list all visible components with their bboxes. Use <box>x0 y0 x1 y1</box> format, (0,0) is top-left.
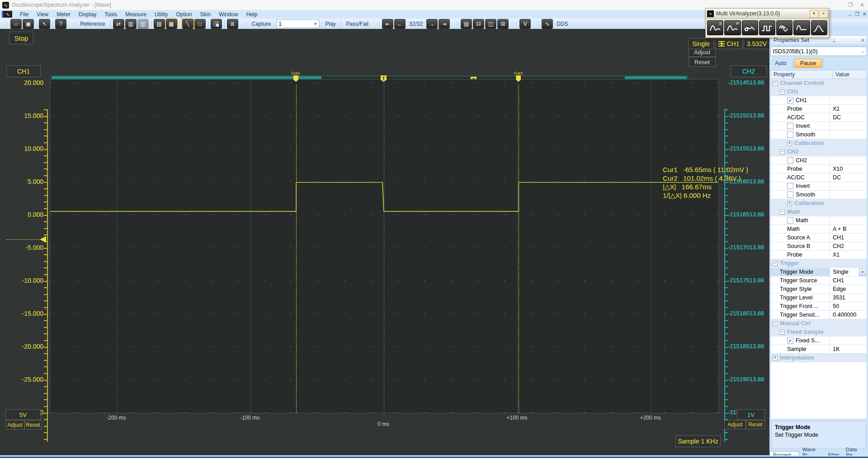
prop-row-trigger-front[interactable]: Trigger Front ...50 <box>771 302 867 311</box>
prop-group-channel-control[interactable]: −Channel Control <box>771 79 867 88</box>
arrange-icons-button[interactable]: ⊞ <box>497 19 509 29</box>
reference-button[interactable]: Reference <box>77 20 108 28</box>
ch2-adjust-button[interactable]: Adjust <box>724 420 746 429</box>
menu-option[interactable]: Option <box>172 10 196 19</box>
checkbox-checked[interactable]: ✔ <box>787 337 793 344</box>
prop-group-calibration[interactable]: +Calibration <box>771 199 867 208</box>
converge-button[interactable]: ⇄ <box>113 19 124 29</box>
cursor1-line[interactable] <box>296 85 297 413</box>
save-button[interactable]: ▣ <box>23 19 34 29</box>
prop-row-math[interactable]: Math <box>771 216 867 225</box>
prop-row-ac-dc[interactable]: AC/DCDC <box>771 113 867 122</box>
color-button[interactable] <box>211 19 222 29</box>
collapse-icon[interactable]: − <box>780 89 785 94</box>
tile-horizontal-button[interactable]: ⊟ <box>473 19 484 29</box>
auto-button[interactable]: Auto <box>770 59 791 68</box>
prop-group-ch2[interactable]: −CH2 <box>771 148 867 156</box>
checkbox-unchecked[interactable] <box>787 217 793 224</box>
capture-count-combo[interactable]: 1▼ <box>277 19 319 28</box>
close-window-button[interactable]: ✕ <box>856 2 868 8</box>
fill-pattern-button[interactable]: ▩ <box>166 19 177 29</box>
floatwin-dropdown-button[interactable]: ▼ <box>810 10 818 18</box>
floatwin-close-button[interactable]: ✕ <box>819 10 828 18</box>
restore-window-button[interactable]: ❐ <box>844 2 856 8</box>
checkbox-unchecked[interactable] <box>787 183 793 189</box>
collapse-icon[interactable]: − <box>780 330 785 335</box>
prop-group-calibration[interactable]: +Calibration <box>771 139 867 148</box>
prop-row-probe[interactable]: ProbeX10 <box>771 165 867 173</box>
ch2-scale-box[interactable]: 1V <box>737 409 765 420</box>
ch1-reset-button[interactable]: Reset <box>24 420 42 430</box>
sweep-p-button[interactable]: P <box>724 20 741 35</box>
multi-viranalyzer-window[interactable]: ∿ Multi VirAnalyzer(3.13.0.0) ▼ ✕ SP <box>705 8 829 38</box>
prop-row-invert[interactable]: Invert <box>771 122 867 131</box>
collapse-icon[interactable]: − <box>773 261 778 266</box>
line-style-button[interactable]: ╲ <box>182 19 193 29</box>
square-wave-button[interactable] <box>759 20 775 35</box>
prop-row-smooth[interactable]: Smooth <box>771 131 867 139</box>
mdi-restore-button[interactable]: ❐ <box>854 11 861 17</box>
prop-row-trigger-style[interactable]: Trigger StyleEdge <box>771 285 867 294</box>
cascade-windows-button[interactable]: ▤ <box>461 19 472 29</box>
menu-help[interactable]: Help <box>242 10 262 19</box>
pause-button[interactable]: Pause <box>794 59 822 68</box>
prop-row-source-a[interactable]: Source ACH1 <box>771 234 867 242</box>
collapse-icon[interactable]: − <box>773 81 778 86</box>
prop-row-smooth[interactable]: Smooth <box>771 191 867 199</box>
prop-row-ac-dc[interactable]: AC/DCDC <box>771 173 867 182</box>
checkbox-checked[interactable]: ✔ <box>787 97 793 103</box>
expand-icon[interactable]: + <box>787 201 792 206</box>
mdi-close-button[interactable]: ✕ <box>861 11 868 17</box>
trigger-source-badge[interactable]: CH1 <box>715 38 743 49</box>
ch1-adjust-button[interactable]: Adjust <box>5 420 24 430</box>
checkbox-unchecked[interactable] <box>787 131 793 138</box>
prop-group-trigger[interactable]: −Trigger <box>771 259 867 268</box>
tile-vertical-button[interactable]: ◫ <box>485 19 496 29</box>
prop-row-trigger-sensit[interactable]: Trigger Sensit...0.400000 <box>771 311 867 319</box>
menu-measure[interactable]: Measure <box>121 10 151 19</box>
prop-group-math[interactable]: −Math <box>771 208 867 216</box>
open-file-button[interactable]: ▱ <box>10 19 22 29</box>
menu-skin[interactable]: Skin <box>196 10 215 19</box>
menu-tools[interactable]: Tools <box>100 10 121 19</box>
decay-wave-button[interactable] <box>793 20 810 35</box>
floatwin-title-bar[interactable]: ∿ Multi VirAnalyzer(3.13.0.0) ▼ ✕ <box>706 9 829 19</box>
checkbox-unchecked[interactable] <box>787 192 793 198</box>
collapse-icon[interactable]: − <box>780 210 785 215</box>
pin-icon[interactable]: ⊥ <box>830 37 838 43</box>
prev-frame-button[interactable]: ← <box>394 19 406 29</box>
voltage-button[interactable]: V <box>519 19 531 29</box>
dot-style-button[interactable]: □ <box>194 19 206 29</box>
trigger-level-badge[interactable]: 3.532V <box>744 38 770 49</box>
first-frame-button[interactable]: ⇤ <box>382 19 393 29</box>
panel-close-icon[interactable]: ✕ <box>859 37 867 43</box>
menu-view[interactable]: View <box>33 10 52 19</box>
menu-display[interactable]: Display <box>75 10 100 19</box>
checkbox-unchecked[interactable] <box>787 123 793 129</box>
prop-row-trigger-level[interactable]: Trigger Level3531 <box>771 294 867 302</box>
dropdown-arrow-icon[interactable]: ▾ <box>859 268 866 276</box>
prop-group-fixed-sample[interactable]: −Fixed Sample <box>771 328 867 336</box>
back-button[interactable]: ↖ <box>39 19 50 29</box>
overview-reset-button[interactable]: Reset <box>689 57 716 67</box>
prop-row-probe[interactable]: ProbeX1 <box>771 105 867 113</box>
collapse-icon[interactable]: − <box>773 321 778 326</box>
help-button[interactable]: ? <box>55 19 66 29</box>
last-frame-button[interactable]: ⇥ <box>439 19 450 29</box>
device-select-combo[interactable]: ISDS205B(1.1)(0) ⌄ <box>770 47 867 56</box>
prop-group-ch1[interactable]: −CH1 <box>771 88 867 96</box>
prop-group-manual-ctrl[interactable]: −Manual Ctrl <box>771 319 867 328</box>
hatch-pattern-button[interactable]: ▨ <box>154 19 165 29</box>
prop-row-fixed-s[interactable]: ✔Fixed S... <box>771 336 867 345</box>
prop-row-source-b[interactable]: Source BCH2 <box>771 242 867 251</box>
ch2-reset-button[interactable]: Reset <box>746 420 765 429</box>
stop-button[interactable]: Stop <box>9 32 33 44</box>
passfail-button[interactable]: Pass/Fail <box>343 20 372 28</box>
dual-wave-button[interactable] <box>776 20 793 35</box>
next-frame-button[interactable]: → <box>426 19 438 29</box>
prop-row-invert[interactable]: Invert <box>771 182 867 191</box>
prop-row-sample[interactable]: Sample1K <box>771 345 867 354</box>
ch2-header[interactable]: CH2 <box>731 65 767 77</box>
menu-file[interactable]: File <box>16 10 33 19</box>
prop-group-interpolation[interactable]: +Interpolation <box>771 354 867 362</box>
